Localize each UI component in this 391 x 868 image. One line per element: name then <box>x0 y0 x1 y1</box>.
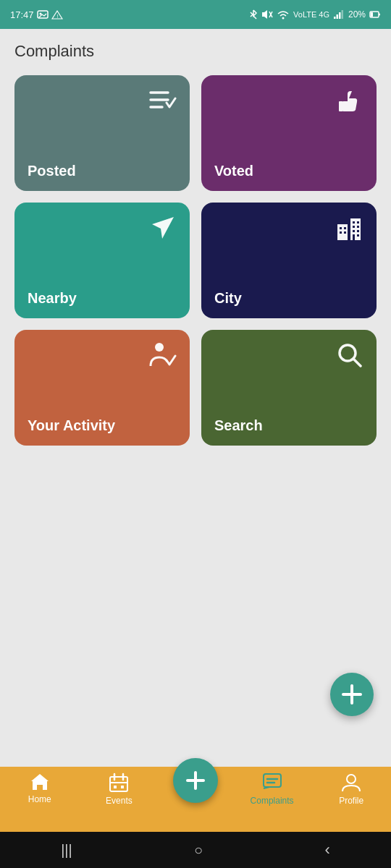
status-bar: 17:47 ! VoLTE 4G 20% <box>0 0 391 29</box>
nav-item-events[interactable]: Events <box>93 773 144 806</box>
page-title: Complaints <box>0 29 391 68</box>
status-time: 17:47 <box>10 9 34 20</box>
bottom-nav: Home Events Complaints Profile <box>0 767 391 832</box>
svg-rect-9 <box>334 17 336 19</box>
card-search-label: Search <box>214 417 363 434</box>
svg-rect-25 <box>340 231 342 234</box>
events-icon <box>109 773 129 793</box>
nav-label-home: Home <box>28 794 51 804</box>
card-activity-label: Your Activity <box>28 417 177 434</box>
svg-marker-4 <box>264 10 267 19</box>
back-btn[interactable]: ‹ <box>325 841 330 859</box>
nav-item-home[interactable]: Home <box>14 773 65 804</box>
nav-item-profile[interactable]: Profile <box>326 773 377 806</box>
svg-rect-31 <box>353 230 355 232</box>
nav-label-complaints: Complaints <box>251 796 294 806</box>
svg-rect-10 <box>336 14 338 19</box>
svg-line-37 <box>353 359 361 366</box>
svg-marker-40 <box>31 774 49 790</box>
svg-rect-5 <box>262 12 264 17</box>
user-activity-icon <box>148 341 177 375</box>
card-city-label: City <box>214 290 363 307</box>
svg-point-1 <box>39 13 41 15</box>
svg-point-35 <box>155 343 164 352</box>
nav-item-complaints[interactable]: Complaints <box>247 773 298 806</box>
svg-point-53 <box>347 775 356 783</box>
warning-icon: ! <box>51 9 63 20</box>
card-activity[interactable]: Your Activity <box>14 330 190 446</box>
svg-rect-34 <box>357 234 359 237</box>
svg-rect-27 <box>353 221 355 224</box>
list-check-icon <box>148 87 177 119</box>
card-nearby-label: Nearby <box>28 290 177 307</box>
svg-rect-49 <box>264 774 281 787</box>
home-btn[interactable]: ○ <box>194 842 203 859</box>
fab-floating[interactable] <box>330 673 374 716</box>
card-voted[interactable]: Voted <box>201 75 377 191</box>
svg-rect-12 <box>341 10 343 19</box>
svg-rect-28 <box>357 221 359 224</box>
svg-rect-11 <box>339 12 341 19</box>
svg-rect-45 <box>114 786 117 788</box>
svg-rect-26 <box>344 231 346 234</box>
svg-rect-30 <box>357 226 359 228</box>
svg-rect-15 <box>371 12 373 17</box>
battery-icon <box>369 9 381 20</box>
card-search[interactable]: Search <box>201 330 377 446</box>
nav-label-events: Events <box>106 796 133 806</box>
mute-icon <box>261 9 273 20</box>
location-arrow-icon <box>149 214 177 248</box>
signal-text: VoLTE 4G <box>293 10 329 19</box>
battery-percent: 20% <box>348 9 366 20</box>
card-posted-label: Posted <box>28 163 177 179</box>
svg-rect-33 <box>353 234 355 240</box>
svg-rect-32 <box>357 230 359 232</box>
status-time-area: 17:47 ! <box>10 9 63 20</box>
nav-label-profile: Profile <box>339 796 363 806</box>
svg-rect-29 <box>353 226 355 228</box>
profile-icon <box>341 773 361 793</box>
svg-point-8 <box>282 17 285 20</box>
building-icon <box>335 214 363 248</box>
bluetooth-icon <box>249 9 258 20</box>
complaints-icon <box>262 773 282 793</box>
image-icon <box>37 9 49 20</box>
system-nav: ||| ○ ‹ <box>0 832 391 868</box>
thumbup-icon <box>336 87 363 121</box>
card-voted-label: Voted <box>214 163 363 179</box>
svg-rect-14 <box>379 14 380 16</box>
card-grid: Posted Voted Nearby <box>0 68 391 460</box>
svg-rect-19 <box>339 101 343 111</box>
svg-rect-41 <box>110 777 127 791</box>
search-icon <box>336 341 363 375</box>
card-posted[interactable]: Posted <box>14 75 190 191</box>
recent-apps-btn[interactable]: ||| <box>61 842 72 859</box>
svg-rect-23 <box>340 227 342 229</box>
card-nearby[interactable]: Nearby <box>14 203 190 318</box>
svg-rect-46 <box>121 786 124 788</box>
svg-rect-24 <box>344 227 346 229</box>
status-icons-area: VoLTE 4G 20% <box>249 9 381 20</box>
nav-fab[interactable] <box>173 758 218 803</box>
svg-text:!: ! <box>56 14 58 19</box>
home-icon <box>30 773 50 791</box>
svg-marker-20 <box>152 217 174 239</box>
wifi-icon <box>277 9 290 20</box>
card-city[interactable]: City <box>201 203 377 318</box>
signal-bars-icon <box>333 9 345 20</box>
plus-icon <box>185 770 206 791</box>
